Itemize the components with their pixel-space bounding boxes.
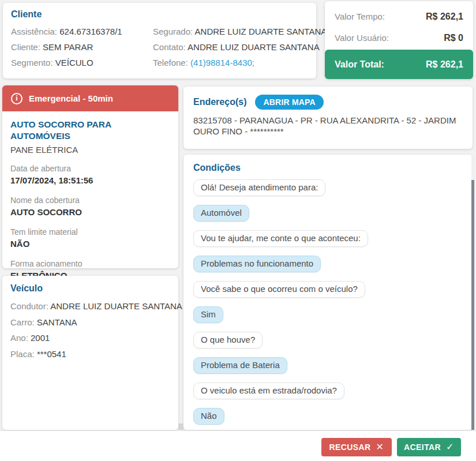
segment-label: Segmento: xyxy=(11,58,53,68)
assistance-value: 624.67316378/1 xyxy=(59,27,122,36)
chat-bubble-user: Sim xyxy=(193,306,223,323)
close-icon: ✕ xyxy=(376,443,384,452)
plate-label: Placa: xyxy=(10,349,35,359)
reject-button-label: RECUSAR xyxy=(329,443,371,452)
car-row: Carro: SANTANA xyxy=(10,314,170,331)
open-map-button[interactable]: ABRIR MAPA xyxy=(255,95,323,110)
driver-value: ANDRE LUIZ DUARTE SANTANA xyxy=(50,301,182,311)
chat-bubble-bot: Você sabe o que ocorreu com o veículo? xyxy=(193,281,365,298)
total-value-bar: Valor Total: R$ 262,1 xyxy=(325,50,473,79)
assistance-label: Assistência: xyxy=(11,27,57,36)
year-value: 2001 xyxy=(31,333,50,343)
opening-date-value: 17/07/2024, 18:51:56 xyxy=(10,174,170,186)
client-label: Cliente: xyxy=(11,42,40,52)
car-value: SANTANA xyxy=(37,317,77,327)
vehicle-card-title: Veículo xyxy=(10,283,170,294)
material-limit-value: NÃO xyxy=(10,238,170,250)
activation-form-label: Forma acionamento xyxy=(10,258,170,269)
client-fields-left: Assistência: 624.67316378/1 Cliente: SEM… xyxy=(11,24,153,70)
accept-button[interactable]: ACEITAR ✓ xyxy=(397,438,461,456)
service-card: i Emergencial - 50min AUTO SOCORRO PARA … xyxy=(2,85,178,268)
chat-bubble-bot: O veiculo está em estrada/rodovia? xyxy=(193,383,344,399)
address-card: Endereço(s) ABRIR MAPA 83215708 - PARANA… xyxy=(183,87,473,149)
segment-value: VEÍCULO xyxy=(55,58,93,68)
values-rows: Valor Tempo: R$ 262,1 Valor Usuário: R$ … xyxy=(325,1,473,48)
user-value-row: Valor Usuário: R$ 0 xyxy=(335,27,463,48)
total-value-label: Valor Total: xyxy=(335,59,384,70)
client-card: Cliente Assistência: 624.67316378/1 Clie… xyxy=(3,3,316,78)
conditions-card-title: Condições xyxy=(193,163,463,173)
accept-button-label: ACEITAR xyxy=(404,443,441,452)
coverage-name-value: AUTO SOCORRO xyxy=(10,206,170,218)
check-icon: ✓ xyxy=(446,443,454,452)
phone-link[interactable]: (41)98814-8430; xyxy=(190,58,254,68)
service-problem: PANE ELÉTRICA xyxy=(10,145,170,155)
year-label: Ano: xyxy=(10,333,28,343)
chat-bubble-bot: Vou te ajudar, me conte o que aconteceu: xyxy=(193,230,368,247)
conditions-card: Condições Olá! Deseja atendimento para: … xyxy=(183,155,473,430)
contact-value: ANDRE LUIZ DUARTE SANTANA xyxy=(188,42,320,52)
contact-label: Contato: xyxy=(153,42,186,52)
chat-bubble-user: Problemas no funcionamento xyxy=(193,256,321,272)
client-segment-row: Segmento: VEÍCULO xyxy=(11,55,153,70)
chat-bubble-user: Não xyxy=(193,408,224,425)
contact-row: Contato: ANDRE LUIZ DUARTE SANTANA xyxy=(153,39,327,55)
client-card-title: Cliente xyxy=(11,9,308,20)
driver-row: Condutor: ANDRE LUIZ DUARTE SANTANA xyxy=(10,298,170,314)
client-value: SEM PARAR xyxy=(43,42,93,52)
phone-label: Telefone: xyxy=(153,58,188,68)
service-body: AUTO SOCORRO PARA AUTOMÓVEIS PANE ELÉTRI… xyxy=(2,111,178,289)
time-value-row: Valor Tempo: R$ 262,1 xyxy=(335,6,463,27)
plate-row: Placa: ***0541 xyxy=(10,346,170,362)
user-value-amount: R$ 0 xyxy=(444,33,463,43)
action-footer: RECUSAR ✕ ACEITAR ✓ xyxy=(0,430,476,461)
insured-value: ANDRE LUIZ DUARTE SANTANA xyxy=(195,27,327,36)
client-assistance-row: Assistência: 624.67316378/1 xyxy=(11,24,153,39)
plate-value: ***0541 xyxy=(37,349,66,359)
emergency-banner-label: Emergencial - 50min xyxy=(29,93,113,103)
info-icon: i xyxy=(11,93,23,104)
address-header: Endereço(s) ABRIR MAPA xyxy=(193,95,463,110)
emergency-banner: i Emergencial - 50min xyxy=(2,85,178,111)
address-card-title: Endereço(s) xyxy=(193,97,246,107)
year-row: Ano: 2001 xyxy=(10,330,170,346)
left-panel-scrollbar-thumb[interactable] xyxy=(178,423,183,430)
user-value-label: Valor Usuário: xyxy=(335,33,389,43)
chat-bubble-user: Automóvel xyxy=(193,205,249,222)
client-fields: Assistência: 624.67316378/1 Cliente: SEM… xyxy=(11,24,308,70)
opening-date-field: Data de abertura 17/07/2024, 18:51:56 xyxy=(10,163,170,186)
coverage-name-field: Nome da cobertura AUTO SOCORRO xyxy=(10,195,170,218)
values-card: Valor Tempo: R$ 262,1 Valor Usuário: R$ … xyxy=(325,1,473,79)
reject-button[interactable]: RECUSAR ✕ xyxy=(321,438,392,456)
client-name-row: Cliente: SEM PARAR xyxy=(11,39,153,55)
chat-scrollbar-thumb[interactable] xyxy=(471,180,474,430)
driver-label: Condutor: xyxy=(10,301,48,311)
coverage-name-label: Nome da cobertura xyxy=(10,195,170,206)
address-text: 83215708 - PARANAGUA - PR - RUA ALEXANDR… xyxy=(193,115,463,137)
car-label: Carro: xyxy=(10,317,35,327)
insured-label: Segurado: xyxy=(153,27,193,36)
time-value-amount: R$ 262,1 xyxy=(426,12,463,22)
client-fields-right: Segurado: ANDRE LUIZ DUARTE SANTANA Cont… xyxy=(153,24,327,70)
time-value-label: Valor Tempo: xyxy=(335,12,385,21)
opening-date-label: Data de abertura xyxy=(10,163,170,174)
chat-bubble-bot: O que houve? xyxy=(193,332,263,348)
insured-row: Segurado: ANDRE LUIZ DUARTE SANTANA xyxy=(153,24,327,39)
phone-row: Telefone: (41)98814-8430; xyxy=(153,55,327,70)
total-value-amount: R$ 262,1 xyxy=(426,59,463,70)
chat-bubble-bot: Olá! Deseja atendimento para: xyxy=(193,179,325,196)
service-name: AUTO SOCORRO PARA AUTOMÓVEIS xyxy=(10,119,170,142)
chat-bubble-user: Problema de Bateria xyxy=(193,357,287,374)
material-limit-label: Tem limite material xyxy=(10,227,170,238)
material-limit-field: Tem limite material NÃO xyxy=(10,227,170,250)
vehicle-card: Veículo Condutor: ANDRE LUIZ DUARTE SANT… xyxy=(2,276,178,430)
